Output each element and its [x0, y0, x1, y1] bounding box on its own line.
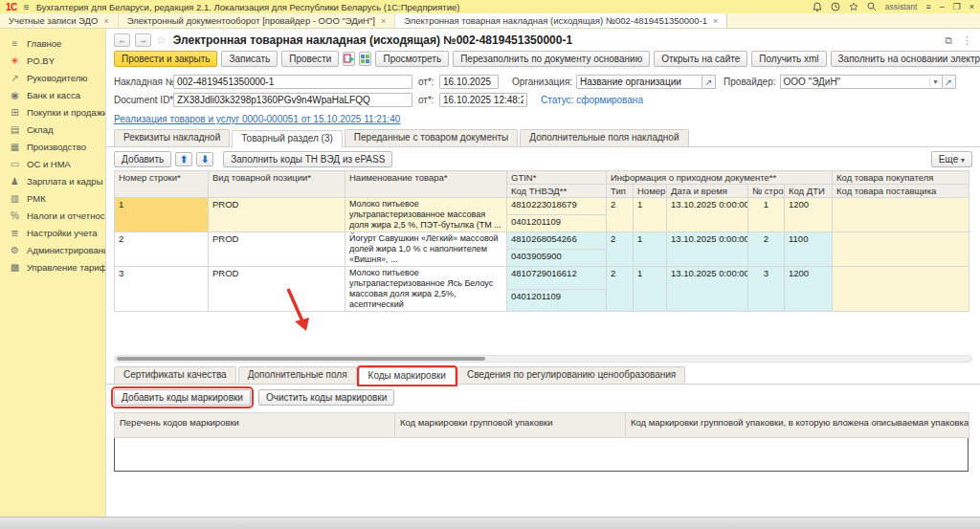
cell-number[interactable]: 1: [634, 232, 667, 267]
cell-gtin[interactable]: 4810729016612: [507, 267, 607, 290]
sidebar-item-tariff[interactable]: ▩Управление тарифом: [0, 258, 105, 276]
tab-edo-workflow[interactable]: Электронный документооборот [провайдер -…: [119, 13, 395, 28]
cell-row-no[interactable]: 1: [748, 198, 785, 232]
basis-document-link[interactable]: Реализация товаров и услуг 0000-000051 о…: [114, 114, 400, 124]
cell-dti[interactable]: 1100: [785, 232, 833, 267]
cell-gtin[interactable]: 4810223018679: [507, 198, 607, 215]
sidebar-item-poby[interactable]: ✳PO.BY: [0, 52, 105, 69]
cell-buyer-code[interactable]: [833, 198, 969, 232]
add-row-button[interactable]: Добавить: [114, 151, 171, 167]
chevron-down-icon[interactable]: ▾: [929, 77, 942, 86]
cell-row-no[interactable]: 2: [748, 232, 785, 267]
sidebar-item-administration[interactable]: ⚙Администрирование: [0, 241, 105, 258]
sidebar-item-warehouse[interactable]: ▤Склад: [0, 121, 105, 138]
fill-from-waybill-button[interactable]: Заполнить на основании электронной накла…: [831, 51, 980, 67]
sidebar-item-rmk[interactable]: ▥РМК: [0, 189, 105, 207]
move-down-icon-button[interactable]: ⬇: [196, 152, 213, 166]
tab-marking-codes[interactable]: Коды маркировки: [359, 367, 456, 385]
cell-item-kind[interactable]: PROD: [209, 267, 345, 312]
sidebar-item-taxes-reports[interactable]: %Налоги и отчетность: [0, 207, 105, 224]
favorites-star-icon[interactable]: [849, 2, 858, 11]
cell-line-number[interactable]: 1: [115, 198, 209, 232]
cell-type[interactable]: 2: [607, 267, 634, 312]
cell-datetime[interactable]: 13.10.2025 0:00:00: [667, 232, 748, 267]
favorite-star-icon[interactable]: ☆: [156, 33, 167, 47]
tab-edo-accounts[interactable]: Учетные записи ЭДО ×: [0, 13, 119, 28]
tab-waybill-document[interactable]: Электронная товарная накладная (исходяща…: [395, 13, 727, 28]
document-datetime-field[interactable]: [439, 93, 527, 107]
scrollbar-thumb[interactable]: [117, 357, 485, 361]
cell-number[interactable]: 1: [634, 267, 667, 312]
post-and-close-button[interactable]: Провести и закрыть: [114, 51, 217, 67]
sidebar-item-salary-hr[interactable]: ♟Зарплата и кадры: [0, 172, 105, 189]
cell-item-kind[interactable]: PROD: [209, 198, 345, 232]
reports-structure-icon-button[interactable]: [359, 52, 371, 66]
cell-number[interactable]: 1: [634, 198, 667, 232]
provider-select[interactable]: ООО "ЭДиН" ▾: [780, 75, 943, 89]
close-window-button[interactable]: ×: [969, 2, 974, 11]
sidebar-item-fixed-assets[interactable]: ▭ОС и НМА: [0, 155, 105, 172]
cell-dti[interactable]: 1200: [785, 267, 833, 312]
open-provider-icon[interactable]: ↗: [943, 75, 956, 89]
write-button[interactable]: Записать: [221, 51, 278, 67]
sidebar-item-purchases-sales[interactable]: ⊞Покупки и продажи: [0, 103, 105, 121]
cell-line-number[interactable]: 2: [115, 232, 209, 267]
view-button[interactable]: Просмотреть: [375, 51, 449, 67]
organization-field[interactable]: [576, 75, 702, 89]
back-icon[interactable]: ←: [114, 33, 130, 47]
cell-buyer-code[interactable]: [833, 267, 969, 312]
cell-tnved[interactable]: 0401201109: [507, 289, 607, 312]
sidebar-item-production[interactable]: ▦Производство: [0, 138, 105, 155]
tab-goods-section[interactable]: Товарный раздел (3): [232, 130, 343, 147]
sidebar-item-main[interactable]: ≡Главное: [0, 34, 105, 52]
search-icon[interactable]: [867, 2, 877, 11]
document-id-field[interactable]: [173, 93, 412, 107]
tab-transferred-documents[interactable]: Переданные с товаром документы: [345, 129, 518, 146]
tab-additional-fields[interactable]: Дополнительные поля накладной: [520, 129, 688, 146]
tab-quality-certificates[interactable]: Сертификаты качества: [114, 366, 236, 384]
marking-codes-empty-list[interactable]: [114, 438, 969, 472]
sidebar-item-accounting-settings[interactable]: ≣Настройки учета: [0, 224, 105, 241]
cell-item-name[interactable]: Молоко питьевое ультрапастеризованное ма…: [345, 198, 507, 232]
cell-item-name[interactable]: Молоко питьевое ультрапастеризованное Яс…: [345, 267, 507, 312]
goods-more-button[interactable]: Еще ▾: [931, 151, 972, 167]
restore-button[interactable]: ❐: [953, 2, 961, 11]
main-menu-icon[interactable]: ≡: [24, 2, 30, 12]
clear-marking-codes-button[interactable]: Очистить коды маркировки: [258, 389, 394, 406]
cell-item-name[interactable]: Йогурт Савушкин «Лёгкий» массовой долей …: [345, 232, 507, 267]
cell-gtin[interactable]: 4810268054266: [507, 232, 607, 250]
cell-type[interactable]: 2: [607, 232, 634, 267]
cell-line-number[interactable]: 3: [115, 267, 209, 312]
sidebar-item-bank-cash[interactable]: ◉Банк и касса: [0, 86, 105, 103]
cell-datetime[interactable]: 13.10.2025 0:00:00: [667, 198, 748, 232]
cell-dti[interactable]: 1200: [785, 198, 833, 232]
get-link-icon[interactable]: ⧉: [945, 34, 952, 47]
get-xml-button[interactable]: Получить xml: [751, 51, 826, 67]
cell-item-kind[interactable]: PROD: [209, 232, 345, 267]
refill-from-basis-button[interactable]: Перезаполнить по документу основанию: [453, 51, 650, 67]
notifications-bell-icon[interactable]: [813, 2, 822, 11]
cell-tnved[interactable]: 0403905900: [507, 250, 607, 267]
close-tab-icon[interactable]: ×: [381, 16, 386, 26]
cell-buyer-code[interactable]: [833, 232, 969, 267]
sidebar-item-manager[interactable]: ↗Руководителю: [0, 69, 105, 86]
forward-icon[interactable]: →: [135, 33, 151, 47]
cell-type[interactable]: 2: [607, 198, 634, 232]
open-organization-icon[interactable]: ↗: [702, 75, 716, 89]
minimize-button[interactable]: –: [940, 2, 945, 11]
close-tab-icon[interactable]: ×: [713, 16, 718, 26]
waybill-date-field[interactable]: [439, 75, 499, 89]
move-up-icon-button[interactable]: ⬆: [175, 152, 192, 166]
open-on-site-button[interactable]: Открыть на сайте: [654, 51, 747, 67]
tab-price-regulation[interactable]: Сведения по регулированию ценообразовани…: [457, 366, 685, 384]
close-tab-icon[interactable]: ×: [103, 16, 108, 26]
add-marking-codes-button[interactable]: Добавить коды маркировки: [114, 389, 251, 406]
cell-row-no[interactable]: 3: [748, 267, 785, 312]
create-based-on-icon-button[interactable]: [343, 52, 355, 66]
service-menu-icon[interactable]: ≡: [925, 2, 930, 11]
fill-tnved-epass-button[interactable]: Заполнить коды ТН ВЭД из ePASS: [223, 151, 392, 167]
tab-extra-fields[interactable]: Дополнительные поля: [238, 366, 357, 384]
cell-tnved[interactable]: 0401201109: [507, 215, 607, 232]
history-clock-icon[interactable]: [831, 2, 840, 11]
horizontal-scrollbar[interactable]: [114, 355, 972, 363]
